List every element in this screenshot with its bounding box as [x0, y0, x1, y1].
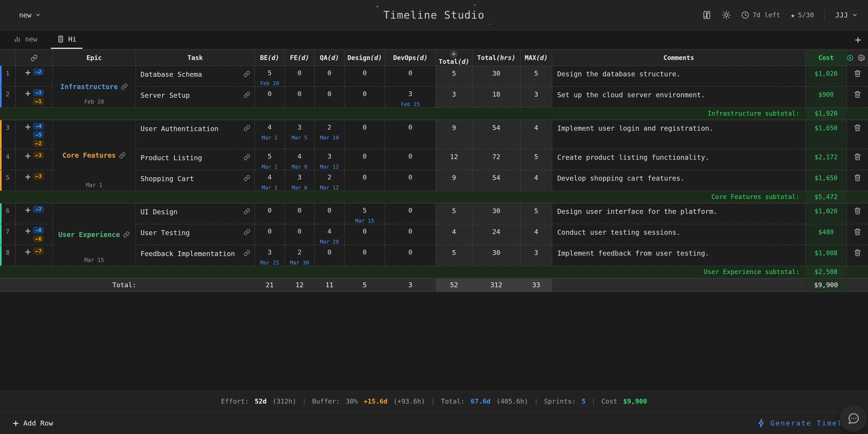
user-menu[interactable]: JJJ: [835, 11, 858, 19]
comment-cell[interactable]: Set up the cloud server environment.: [552, 87, 805, 107]
delete-row-button[interactable]: [854, 91, 861, 98]
effort-design-cell[interactable]: 0: [344, 170, 385, 191]
dollar-circle-icon[interactable]: $: [847, 54, 854, 62]
effort-design-cell[interactable]: 0: [344, 66, 385, 87]
comment-cell[interactable]: Create product listing functionality.: [552, 149, 805, 170]
dependency-badge[interactable]: ←3: [33, 172, 44, 180]
effort-fe-cell[interactable]: 2Mar 30: [285, 245, 314, 266]
col-header-cost[interactable]: Cost: [805, 50, 847, 66]
add-dependency-button[interactable]: +: [25, 152, 31, 160]
task-cell[interactable]: Database Schema: [136, 66, 255, 87]
effort-be-cell[interactable]: 5Mar 1: [255, 149, 285, 170]
col-header-qa[interactable]: QA(d): [314, 50, 344, 66]
effort-be-cell[interactable]: 5Feb 20: [255, 66, 285, 87]
columns-toggle-icon[interactable]: [702, 10, 712, 20]
effort-qa-cell[interactable]: 2Mar 10: [314, 120, 344, 149]
add-row-button[interactable]: + Add Row: [13, 419, 53, 428]
generate-timeline-button[interactable]: Generate Timel: [757, 419, 842, 428]
tab-new[interactable]: new: [8, 30, 43, 49]
gear-icon[interactable]: [858, 54, 865, 62]
col-header-total-hours[interactable]: Total(hrs): [472, 50, 520, 66]
effort-fe-cell[interactable]: 3Mar 6: [285, 170, 314, 191]
dependency-badge[interactable]: ←3: [33, 152, 44, 159]
effort-qa-cell[interactable]: 0: [314, 203, 344, 224]
col-header-task[interactable]: Task: [136, 50, 255, 66]
task-cell[interactable]: User Authentication: [136, 120, 255, 149]
delete-row-button[interactable]: [854, 153, 861, 161]
add-dependency-button[interactable]: +: [25, 123, 31, 131]
effort-design-cell[interactable]: 0: [344, 149, 385, 170]
comment-cell[interactable]: Design user interface for the platform.: [552, 203, 805, 224]
delete-row-button[interactable]: [854, 207, 861, 215]
effort-devops-cell[interactable]: 0: [385, 120, 436, 149]
dependency-badge[interactable]: →3: [33, 89, 44, 96]
comment-cell[interactable]: Implement user login and registration.: [552, 120, 805, 149]
add-dependency-button[interactable]: +: [25, 227, 31, 235]
delete-row-button[interactable]: [854, 70, 861, 77]
effort-fe-cell[interactable]: 0: [285, 87, 314, 107]
effort-be-cell[interactable]: 0: [255, 87, 285, 107]
effort-qa-cell[interactable]: 0: [314, 87, 344, 107]
effort-be-cell[interactable]: 0: [255, 203, 285, 224]
epic-cell[interactable]: InfrastructureFeb 20: [53, 66, 136, 107]
effort-qa-cell[interactable]: 3Mar 12: [314, 149, 344, 170]
effort-design-cell[interactable]: 0: [344, 120, 385, 149]
stars-counter[interactable]: ★ 5/30: [791, 11, 814, 19]
tab-hi-active[interactable]: Hi: [51, 30, 82, 49]
col-header-max-days[interactable]: MAX(d): [520, 50, 552, 66]
task-cell[interactable]: Server Setup: [136, 87, 255, 107]
add-dependency-button[interactable]: +: [25, 68, 31, 77]
comment-cell[interactable]: Develop shopping cart features.: [552, 170, 805, 191]
dependency-badge[interactable]: →7: [33, 206, 44, 213]
col-header-devops[interactable]: DevOps(d): [385, 50, 436, 66]
effort-devops-cell[interactable]: 0: [385, 245, 436, 266]
effort-devops-cell[interactable]: 0: [385, 66, 436, 87]
dependency-badge[interactable]: ←1: [33, 98, 44, 105]
add-dependency-button[interactable]: +: [25, 247, 31, 256]
dependency-badge[interactable]: ←6: [33, 235, 44, 242]
effort-devops-cell[interactable]: 3Feb 25: [385, 87, 436, 107]
epic-cell[interactable]: Core FeaturesMar 1: [53, 120, 136, 191]
effort-qa-cell[interactable]: 0: [314, 245, 344, 266]
task-cell[interactable]: UI Design: [136, 203, 255, 224]
effort-design-cell[interactable]: 0: [344, 224, 385, 245]
effort-qa-cell[interactable]: 0: [314, 66, 344, 87]
effort-fe-cell[interactable]: 4Mar 6: [285, 149, 314, 170]
effort-devops-cell[interactable]: 0: [385, 149, 436, 170]
comment-cell[interactable]: Conduct user testing sessions.: [552, 224, 805, 245]
col-header-design[interactable]: Design(d): [344, 50, 385, 66]
effort-be-cell[interactable]: 4Mar 1: [255, 170, 285, 191]
add-dependency-button[interactable]: +: [25, 206, 31, 214]
effort-be-cell[interactable]: 3Mar 25: [255, 245, 285, 266]
effort-fe-cell[interactable]: 0: [285, 203, 314, 224]
col-header-epic[interactable]: Epic: [53, 50, 136, 66]
task-cell[interactable]: Feedback Implementation: [136, 245, 255, 266]
col-header-be[interactable]: BE(d): [255, 50, 285, 66]
delete-row-button[interactable]: [854, 124, 861, 132]
workspace-dropdown[interactable]: new: [19, 11, 41, 19]
add-dependency-button[interactable]: +: [25, 89, 31, 98]
dependency-badge[interactable]: ←2: [33, 140, 44, 147]
effort-fe-cell[interactable]: 0: [285, 66, 314, 87]
col-header-fe[interactable]: FE(d): [285, 50, 314, 66]
effort-qa-cell[interactable]: 4Mar 20: [314, 224, 344, 245]
dependency-badge[interactable]: →2: [33, 68, 44, 75]
dependency-badge[interactable]: →5: [33, 131, 44, 138]
comment-cell[interactable]: Design the database structure.: [552, 66, 805, 87]
add-sheet-button[interactable]: +: [855, 35, 861, 45]
task-cell[interactable]: Shopping Cart: [136, 170, 255, 191]
col-header-comments[interactable]: Comments: [552, 50, 805, 66]
delete-row-button[interactable]: [854, 174, 861, 181]
delete-row-button[interactable]: [854, 228, 861, 236]
effort-be-cell[interactable]: 4Mar 1: [255, 120, 285, 149]
chat-assistant-button[interactable]: [840, 405, 867, 432]
effort-fe-cell[interactable]: 3Mar 5: [285, 120, 314, 149]
effort-design-cell[interactable]: 0: [344, 87, 385, 107]
effort-devops-cell[interactable]: 0: [385, 170, 436, 191]
delete-row-button[interactable]: [854, 249, 861, 257]
dependency-badge[interactable]: ←7: [33, 247, 44, 255]
effort-be-cell[interactable]: 0: [255, 224, 285, 245]
effort-qa-cell[interactable]: 2Mar 12: [314, 170, 344, 191]
task-cell[interactable]: User Testing: [136, 224, 255, 245]
dependency-badge[interactable]: →4: [33, 123, 44, 130]
